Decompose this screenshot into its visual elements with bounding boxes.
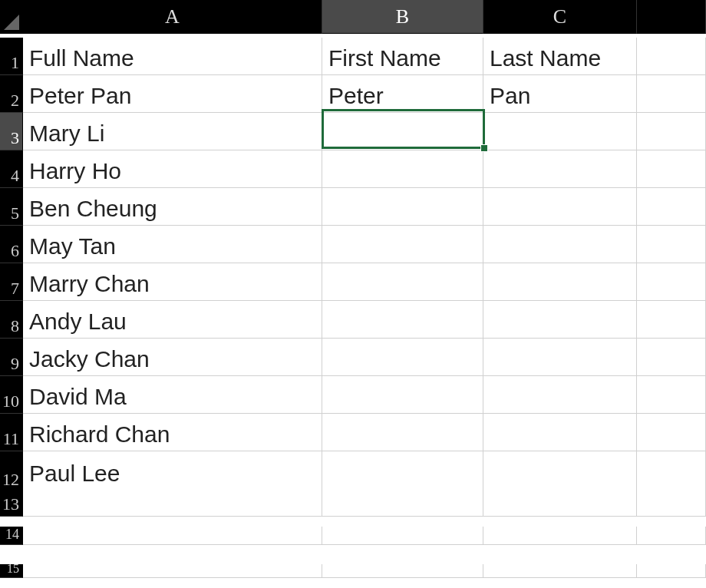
row-header-14[interactable]: 14 [0, 527, 23, 545]
cell-C4[interactable] [483, 150, 637, 188]
cell-D5[interactable] [637, 188, 706, 226]
cell-C2[interactable]: Pan [483, 75, 637, 113]
row-header-5[interactable]: 5 [0, 188, 23, 226]
row-header-11[interactable]: 11 [0, 414, 23, 451]
row-header-13[interactable]: 13 [0, 489, 23, 517]
cell-B2[interactable]: Peter [322, 75, 483, 113]
cell-C12[interactable] [483, 451, 637, 492]
row-header-10[interactable]: 10 [0, 376, 23, 414]
column-header-C[interactable]: C [483, 0, 637, 34]
cell-D3[interactable] [637, 113, 706, 150]
row-header-2[interactable]: 2 [0, 75, 23, 113]
row-header-3[interactable]: 3 [0, 113, 23, 150]
cell-A2[interactable]: Peter Pan [23, 75, 322, 113]
row-header-8[interactable]: 8 [0, 301, 23, 339]
cell-A1[interactable]: Full Name [23, 38, 322, 75]
cell-D10[interactable] [637, 376, 706, 414]
column-header-B[interactable]: B [322, 0, 483, 34]
cell-A8[interactable]: Andy Lau [23, 301, 322, 339]
cell-C3[interactable] [483, 113, 637, 150]
cell-A4[interactable]: Harry Ho [23, 150, 322, 188]
cell-D12[interactable] [637, 451, 706, 492]
cell-D2[interactable] [637, 75, 706, 113]
row-header-12[interactable]: 12 [0, 451, 23, 492]
select-all-corner[interactable] [0, 0, 23, 34]
cell-D4[interactable] [637, 150, 706, 188]
cell-C5[interactable] [483, 188, 637, 226]
cell-C15[interactable] [483, 564, 637, 578]
cell-C14[interactable] [483, 527, 637, 545]
cell-C8[interactable] [483, 301, 637, 339]
cell-C9[interactable] [483, 339, 637, 376]
cell-B1[interactable]: First Name [322, 38, 483, 75]
row-header-7[interactable]: 7 [0, 263, 23, 301]
cell-B10[interactable] [322, 376, 483, 414]
cell-D9[interactable] [637, 339, 706, 376]
cell-C11[interactable] [483, 414, 637, 451]
cell-B5[interactable] [322, 188, 483, 226]
cell-D13[interactable] [637, 489, 706, 517]
cell-B9[interactable] [322, 339, 483, 376]
row-header-4[interactable]: 4 [0, 150, 23, 188]
cell-B7[interactable] [322, 263, 483, 301]
cell-C7[interactable] [483, 263, 637, 301]
cell-B11[interactable] [322, 414, 483, 451]
cell-D14[interactable] [637, 527, 706, 545]
column-header-A[interactable]: A [23, 0, 322, 34]
cell-D8[interactable] [637, 301, 706, 339]
cell-C1[interactable]: Last Name [483, 38, 637, 75]
fill-handle[interactable] [480, 144, 488, 152]
cell-D11[interactable] [637, 414, 706, 451]
cell-A7[interactable]: Marry Chan [23, 263, 322, 301]
cell-D7[interactable] [637, 263, 706, 301]
row-header-9[interactable]: 9 [0, 339, 23, 376]
column-header-extra[interactable] [637, 0, 706, 34]
cell-C6[interactable] [483, 226, 637, 263]
cell-A10[interactable]: David Ma [23, 376, 322, 414]
cell-B8[interactable] [322, 301, 483, 339]
cell-B15[interactable] [322, 564, 483, 578]
cell-A13[interactable] [23, 489, 322, 517]
cell-A5[interactable]: Ben Cheung [23, 188, 322, 226]
cell-A14[interactable] [23, 527, 322, 545]
cell-A11[interactable]: Richard Chan [23, 414, 322, 451]
cell-C10[interactable] [483, 376, 637, 414]
cell-B12[interactable] [322, 451, 483, 492]
cell-A12[interactable]: Paul Lee [23, 451, 322, 492]
row-header-15[interactable]: 15 [0, 564, 23, 578]
cell-D1[interactable] [637, 38, 706, 75]
cell-B14[interactable] [322, 527, 483, 545]
cell-D6[interactable] [637, 226, 706, 263]
cell-A6[interactable]: May Tan [23, 226, 322, 263]
cell-A3[interactable]: Mary Li [23, 113, 322, 150]
cell-A15[interactable] [23, 564, 322, 578]
cell-B6[interactable] [322, 226, 483, 263]
row-header-6[interactable]: 6 [0, 226, 23, 263]
spreadsheet-grid: A B C 1 Full Name First Name Last Name 2… [0, 0, 706, 588]
cell-B3[interactable] [322, 113, 483, 150]
cell-C13[interactable] [483, 489, 637, 517]
cell-B4[interactable] [322, 150, 483, 188]
row-header-1[interactable]: 1 [0, 38, 23, 75]
cell-D15[interactable] [637, 564, 706, 578]
cell-B13[interactable] [322, 489, 483, 517]
cell-A9[interactable]: Jacky Chan [23, 339, 322, 376]
